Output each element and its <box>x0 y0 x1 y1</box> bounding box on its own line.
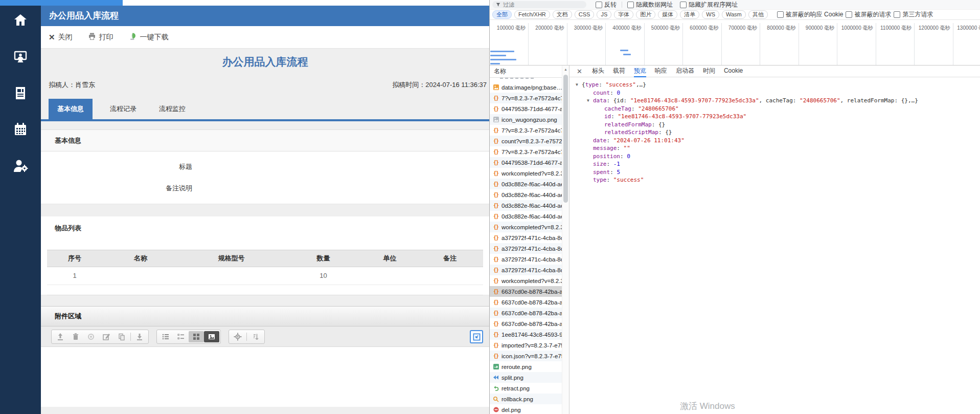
detail-tab[interactable]: 响应 <box>655 66 667 77</box>
request-row[interactable]: icon_wugongzuo.png <box>490 114 569 125</box>
print-button[interactable]: 打印 <box>88 32 113 42</box>
request-row[interactable]: {}7?v=8.2.3-7-e7572a4c74 <box>490 125 569 136</box>
toolbar-separator <box>130 333 131 341</box>
download-icon[interactable] <box>132 331 147 342</box>
request-row[interactable]: {}a372972f-471c-4cba-8d0… <box>490 243 569 254</box>
json-line[interactable]: ▼data: {id: "1ee81746-43c8-4593-9707-779… <box>569 97 980 105</box>
expand-attachment-button[interactable] <box>470 330 483 343</box>
draft-time-field: 拟稿时间：2024-07-16 11:36:37 <box>392 80 487 90</box>
request-row[interactable]: {}0d3c882e-f6ac-440d-ae1… <box>490 189 569 200</box>
tab-basic-info[interactable]: 基本信息 <box>49 99 93 119</box>
gear-icon[interactable] <box>230 331 245 342</box>
calendar-icon[interactable] <box>12 121 29 138</box>
download-all-button[interactable]: 一键下载 <box>129 32 169 42</box>
request-row[interactable]: {}workcompleted?v=8.2.3-7… <box>490 222 569 232</box>
request-row[interactable]: {}6637cd0e-b878-42ba-a47… <box>490 286 569 297</box>
scroll-up-icon[interactable]: ▲ <box>562 66 569 71</box>
preview-icon[interactable] <box>83 331 99 342</box>
request-row[interactable]: {}04479538-71dd-4677-afc… <box>490 103 569 114</box>
edit-icon[interactable] <box>99 331 114 342</box>
news-icon[interactable] <box>12 85 29 101</box>
request-row[interactable]: {}workcompleted?v=8.2.3-7… <box>490 168 569 179</box>
request-list-name-header[interactable]: 名称 <box>490 66 569 78</box>
delete-icon[interactable] <box>68 331 83 342</box>
type-chip[interactable]: Fetch/XHR <box>514 10 550 19</box>
request-row[interactable]: {}imported?v=8.2.3-7-e757… <box>490 340 569 351</box>
json-preview-tree[interactable]: ▼{type: "success",…}count: 0▼data: {id: … <box>569 81 980 184</box>
expand-arrow-icon[interactable]: ▼ <box>587 97 593 105</box>
request-row[interactable]: {}icon.json?v=8.2.3-7-e757… <box>490 351 569 361</box>
detail-tab[interactable]: 预览 <box>634 66 646 77</box>
request-row[interactable]: {}a372972f-471c-4cba-8d0… <box>490 265 569 275</box>
request-row[interactable]: data:image/png;base… <box>490 82 569 93</box>
workstation-icon[interactable] <box>12 49 29 65</box>
type-chip[interactable]: Wasm <box>722 10 746 19</box>
close-detail-icon[interactable]: ✕ <box>577 68 582 75</box>
type-chip[interactable]: 其他 <box>748 10 768 19</box>
request-row[interactable]: {}6637cd0e-b878-42ba-a47… <box>490 318 569 329</box>
request-row[interactable]: {}0d3c882e-f6ac-440d-ae1… <box>490 179 569 189</box>
hide-extension-urls-checkbox[interactable]: 隐藏扩展程序网址 <box>680 1 738 9</box>
request-row[interactable]: {}0d3c882e-f6ac-440d-ae1… <box>490 200 569 211</box>
type-chip[interactable]: 字体 <box>614 10 633 19</box>
request-row[interactable]: {}6637cd0e-b878-42ba-a47… <box>490 308 569 318</box>
json-line[interactable]: ▼{type: "success",…} <box>569 81 980 89</box>
script-file-icon: {} <box>493 353 499 359</box>
request-row[interactable]: reroute.png <box>490 361 569 372</box>
request-row[interactable]: {}a372972f-471c-4cba-8d0… <box>490 254 569 265</box>
type-chip[interactable]: 清单 <box>680 10 699 19</box>
request-row[interactable]: {}7?v=8.2.3-7-e7572a4c74 <box>490 93 569 103</box>
grid-view-icon[interactable] <box>189 331 204 342</box>
filter-input[interactable]: 过滤 <box>492 1 586 8</box>
type-chip[interactable]: CSS <box>575 10 595 19</box>
request-row[interactable]: del.png <box>490 404 569 414</box>
copy-icon[interactable] <box>114 331 129 342</box>
upload-icon[interactable] <box>53 331 68 342</box>
type-chip[interactable]: 图片 <box>636 10 655 19</box>
image-view-icon[interactable] <box>204 331 219 342</box>
request-list-scrollbar[interactable]: ▲ <box>562 66 569 414</box>
tab-flow-record[interactable]: 流程记录 <box>98 99 148 119</box>
request-row[interactable]: {}count?v=8.2.3-7-e7572a4… <box>490 136 569 146</box>
close-button[interactable]: ✕ 关闭 <box>49 33 73 42</box>
hide-data-urls-checkbox[interactable]: 隐藏数据网址 <box>627 1 673 9</box>
blocked-requests-checkbox[interactable]: 被屏蔽的请求 <box>846 10 891 19</box>
json-line: position: 0 <box>569 152 980 161</box>
request-name: del.png <box>502 407 521 413</box>
detail-tab[interactable]: 启动器 <box>676 66 694 77</box>
detail-tab[interactable]: Cookie <box>724 66 743 77</box>
invert-checkbox[interactable]: 反转 <box>596 1 617 9</box>
detail-tab[interactable]: 载荷 <box>613 66 625 77</box>
sort-icon[interactable] <box>248 331 263 342</box>
request-row[interactable]: {}a372972f-471c-4cba-8d0… <box>490 232 569 243</box>
type-chip[interactable]: 文档 <box>553 10 572 19</box>
tab-flow-monitor[interactable]: 流程监控 <box>147 99 197 119</box>
type-chip[interactable]: WS <box>702 10 719 19</box>
request-row[interactable]: {}04479538-71dd-4677-afc… <box>490 157 569 168</box>
user-settings-icon[interactable] <box>12 158 29 174</box>
request-name: rollback.png <box>502 396 533 402</box>
detail-list-icon[interactable] <box>173 331 189 342</box>
request-row[interactable]: rollback.png <box>490 394 569 404</box>
list-view-icon[interactable] <box>158 331 173 342</box>
request-row[interactable]: {}6637cd0e-b878-42ba-a47… <box>490 297 569 308</box>
type-chip[interactable]: JS <box>597 10 611 19</box>
request-row[interactable]: retract.png <box>490 383 569 394</box>
home-icon[interactable] <box>12 12 29 29</box>
detail-tab[interactable]: 时间 <box>703 66 715 77</box>
network-overview-timeline[interactable]: 100000 毫秒200000 毫秒300000 毫秒400000 毫秒5000… <box>490 19 980 66</box>
type-chip[interactable]: 全部 <box>492 10 512 19</box>
request-row-partial[interactable] <box>490 78 569 82</box>
blocked-cookies-checkbox[interactable]: 被屏蔽的响应 Cookie <box>777 10 844 19</box>
expand-arrow-icon[interactable]: ▼ <box>576 81 582 89</box>
third-party-checkbox[interactable]: 第三方请求 <box>894 10 933 19</box>
request-row[interactable]: {}0d3c882e-f6ac-440d-ae1… <box>490 211 569 222</box>
request-row[interactable]: {}7?v=8.2.3-7-e7572a4c74 <box>490 146 569 157</box>
request-row[interactable]: {}1ee81746-43c8-4593-970… <box>490 329 569 340</box>
detail-tab[interactable]: 标头 <box>592 66 604 77</box>
request-row[interactable]: {}workcompleted?v=8.2.3-7… <box>490 275 569 286</box>
type-chip[interactable]: 媒体 <box>658 10 677 19</box>
scrollbar-thumb[interactable] <box>563 75 568 203</box>
timeline-tick-label: 900000 毫秒 <box>799 25 834 32</box>
request-row[interactable]: split.png <box>490 372 569 383</box>
